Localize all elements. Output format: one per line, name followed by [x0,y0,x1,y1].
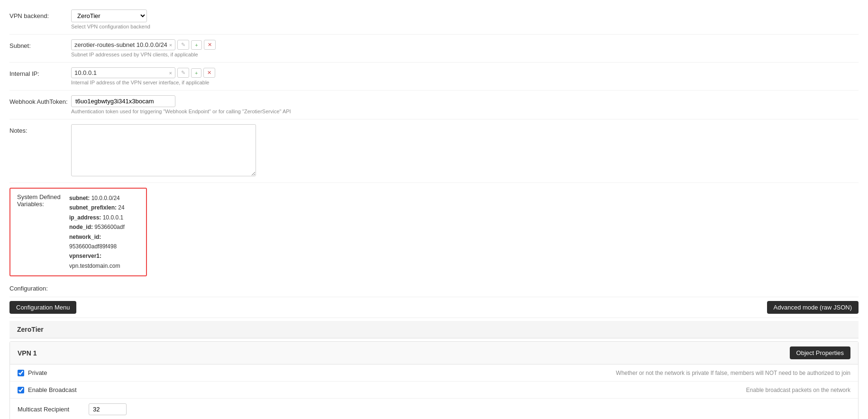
vpn1-title: VPN 1 [18,349,37,357]
configuration-buttons-row: Configuration Menu Advanced mode (raw JS… [9,297,859,318]
internal-ip-tag-input[interactable]: 10.0.0.1 × [71,67,175,78]
vpn1-multicast-row: Multicast Recipient [10,399,858,419]
internal-ip-edit-btn[interactable]: ✎ [177,68,189,78]
vpn1-enable-broadcast-content: Enable Broadcast [18,386,746,393]
var-network-id: network_id: 9536600adf89f498 [69,232,139,252]
internal-ip-delete-btn[interactable]: ✕ [203,68,215,78]
subnet-label: Subnet: [9,39,71,49]
configuration-menu-btn[interactable]: Configuration Menu [9,301,76,314]
subnet-delete-btn[interactable]: ✕ [204,40,216,50]
vpn1-body: Private Whether or not the network is pr… [10,364,858,419]
vpn1-enable-broadcast-checkbox[interactable] [18,387,24,393]
vpn1-section: VPN 1 Object Properties Private Whether … [9,341,859,419]
zerotier-section: ZeroTier [9,321,859,338]
var-node-id: node_id: 9536600adf [69,222,139,232]
webhook-auth-token-input[interactable] [71,95,175,107]
zerotier-title: ZeroTier [17,326,44,333]
internal-ip-remove-icon[interactable]: × [169,70,172,76]
subnet-hint: Subnet IP addresses used by VPN clients,… [71,52,859,57]
vpn-backend-controls: ZeroTier OpenVPN WireGuard [71,9,859,22]
webhook-auth-token-field: Authentication token used for triggering… [71,95,859,114]
system-defined-vars-box: System Defined Variables: subnet: 10.0.0… [9,188,147,276]
subnet-remove-icon[interactable]: × [169,42,172,48]
var-subnet: subnet: 10.0.0.0/24 [69,193,139,203]
vpn1-private-checkbox[interactable] [18,370,24,376]
vpn1-private-content: Private [18,369,616,376]
vpn-backend-hint: Select VPN configuration backend [71,24,859,29]
internal-ip-field: 10.0.0.1 × ✎ + ✕ Internal IP address of … [71,67,859,85]
webhook-auth-token-hint: Authentication token used for triggering… [71,109,859,114]
vpn1-enable-broadcast-label: Enable Broadcast [28,386,77,393]
vpn1-multicast-content [89,403,850,415]
vpn-backend-label: VPN backend: [9,9,71,19]
vpn1-enable-broadcast-row: Enable Broadcast Enable broadcast packet… [10,382,858,399]
notes-label: Notes: [9,124,71,134]
vpn1-private-label: Private [28,369,47,376]
vpn-backend-row: VPN backend: ZeroTier OpenVPN WireGuard … [9,5,859,35]
vpn1-header: VPN 1 Object Properties [10,342,858,364]
system-defined-vars-content: subnet: 10.0.0.0/24 subnet_prefixlen: 24… [69,193,139,271]
internal-ip-label: Internal IP: [9,67,71,77]
vpn1-private-row: Private Whether or not the network is pr… [10,364,858,382]
var-ip-address: ip_address: 10.0.0.1 [69,213,139,222]
vpn1-multicast-input[interactable] [89,403,127,415]
var-vpnserver1: vpnserver1: vpn.testdomain.com [69,251,139,271]
subnet-field: zerotier-routes-subnet 10.0.0.0/24 × ✎ +… [71,39,859,57]
subnet-tag-input[interactable]: zerotier-routes-subnet 10.0.0.0/24 × [71,39,175,50]
subnet-add-btn[interactable]: + [191,40,201,50]
vpn-backend-field: ZeroTier OpenVPN WireGuard Select VPN co… [71,9,859,29]
vpn1-private-hint: Whether or not the network is private If… [616,370,850,376]
object-properties-btn[interactable]: Object Properties [790,346,850,359]
advanced-mode-btn[interactable]: Advanced mode (raw JSON) [767,301,859,314]
webhook-auth-token-row: Webhook AuthToken: Authentication token … [9,91,859,119]
vpn1-enable-broadcast-hint: Enable broadcast packets on the network [746,387,850,393]
internal-ip-add-btn[interactable]: + [191,68,201,78]
subnet-value: zerotier-routes-subnet 10.0.0.0/24 [74,41,167,48]
internal-ip-row: Internal IP: 10.0.0.1 × ✎ + ✕ Internal I… [9,63,859,91]
configuration-label-row: Configuration: [9,283,859,297]
configuration-section: Configuration: Configuration Menu Advanc… [9,283,859,318]
subnet-controls: zerotier-routes-subnet 10.0.0.0/24 × ✎ +… [71,39,859,50]
system-defined-vars-label: System Defined Variables: [17,193,69,208]
configuration-label: Configuration: [9,285,48,292]
internal-ip-value: 10.0.0.1 [74,69,167,76]
subnet-row: Subnet: zerotier-routes-subnet 10.0.0.0/… [9,35,859,63]
notes-field [71,124,859,178]
internal-ip-controls: 10.0.0.1 × ✎ + ✕ [71,67,859,78]
var-subnet-prefixlen: subnet_prefixlen: 24 [69,203,139,212]
internal-ip-hint: Internal IP address of the VPN server in… [71,80,859,85]
notes-row: Notes: [9,119,859,183]
webhook-auth-token-label: Webhook AuthToken: [9,95,71,105]
notes-textarea[interactable] [71,124,256,176]
vpn1-multicast-label: Multicast Recipient [18,406,89,413]
subnet-edit-btn[interactable]: ✎ [177,40,189,50]
vpn-backend-select[interactable]: ZeroTier OpenVPN WireGuard [71,9,147,22]
